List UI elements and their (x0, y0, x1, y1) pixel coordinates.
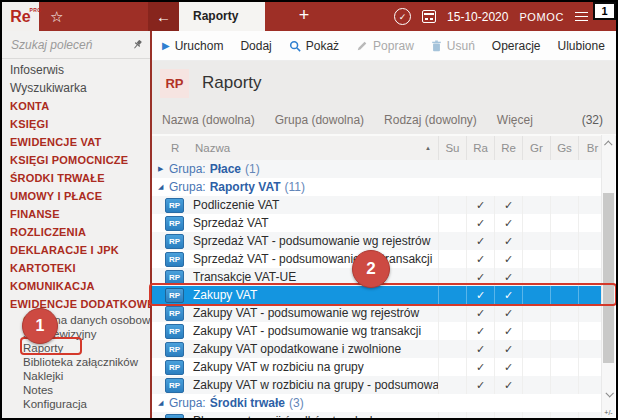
filter-więcej[interactable]: Więcej (497, 113, 533, 127)
empty-cell-gs (550, 304, 578, 322)
group-name: Środki trwałe (210, 396, 285, 410)
sidebar-item-konfiguracja[interactable]: Konfiguracja (2, 397, 150, 411)
report-name: Zakupy VAT w rozbiciu na grupy (193, 360, 438, 374)
command-search[interactable]: Szukaj poleceń (2, 31, 150, 59)
app-logo-text: RePRO (10, 9, 30, 25)
column-header-nazwa[interactable]: Nazwa ▲ (195, 142, 438, 154)
report-row-zakupy-vat-w-rozbiciu-na-grupy[interactable]: RPZakupy VAT w rozbiciu na grupy✓✓ (152, 358, 606, 376)
group-row-raporty-vat[interactable]: ◢Grupa:Raporty VAT(11) (152, 178, 606, 196)
empty-cell-su (438, 196, 466, 214)
run-button[interactable]: ▶ Uruchom (162, 39, 223, 53)
tab-raporty[interactable]: Raporty (179, 2, 265, 31)
help-menu[interactable]: POMOC (519, 11, 564, 23)
report-type-icon: RP (165, 414, 184, 419)
sidebar-item-ewidencje-vat[interactable]: EWIDENCJE VAT (2, 133, 150, 151)
sidebar-item-ewidencje-dodatkowe[interactable]: EWIDENCJE DODATKOWE (2, 295, 150, 313)
sidebar-item-kartoteki[interactable]: KARTOTEKI (2, 259, 150, 277)
report-row-sprzedaż-vat-podsumowanie-wg-rejestrów[interactable]: RPSprzedaż VAT - podsumowanie wg rejestr… (152, 232, 606, 250)
report-row-zakupy-vat-w-rozbiciu-na-grupy-podsumowanie[interactable]: RPZakupy VAT w rozbiciu na grupy - podsu… (152, 376, 606, 394)
column-header-re[interactable]: Re (494, 136, 522, 160)
report-type-icon: RP (165, 342, 184, 357)
new-tab-button[interactable]: + (288, 2, 320, 31)
sidebar-item-komunikacja[interactable]: KOMUNIKACJA (2, 277, 150, 295)
empty-cell-gr (522, 322, 550, 340)
report-row-sprzedaż-vat[interactable]: RPSprzedaż VAT✓✓ (152, 214, 606, 232)
sidebar-item-infoserwis[interactable]: Infoserwis (2, 61, 150, 79)
scrollbar-thumb[interactable] (603, 193, 614, 363)
group-row-środki-trwałe[interactable]: ◢Grupa:Środki trwałe(3) (152, 394, 606, 412)
group-row-płace[interactable]: ▶Grupa:Płace(1) (152, 160, 606, 178)
operations-button[interactable]: Operacje (492, 39, 541, 53)
check-icon-re: ✓ (494, 322, 522, 340)
empty-cell-gs (550, 214, 578, 232)
favorites-button[interactable]: Ulubione (558, 39, 605, 53)
report-type-icon: RP (165, 252, 184, 267)
favorites-star-icon[interactable]: ☆ (50, 7, 63, 26)
edit-button[interactable]: Popraw (356, 39, 414, 53)
empty-cell-gr (522, 412, 550, 418)
menu-icon[interactable] (575, 12, 588, 22)
sidebar-item-wyszukiwarka[interactable]: Wyszukiwarka (2, 79, 150, 97)
sidebar-item-notes[interactable]: Notes (2, 383, 150, 397)
column-header-gs[interactable]: Gs (550, 136, 578, 160)
report-row-zakupy-vat-podsumowanie-wg-rejestrów[interactable]: RPZakupy VAT - podsumowanie wg rejestrów… (152, 304, 606, 322)
report-row-podliczenie-vat[interactable]: RPPodliczenie VAT✓✓ (152, 196, 606, 214)
sidebar-item-naklejki[interactable]: Naklejki (2, 369, 150, 383)
expand-group-icon[interactable]: ▶ (158, 165, 169, 173)
collapse-group-icon[interactable]: ◢ (158, 399, 169, 407)
annotation-step-2: 2 (352, 250, 390, 288)
report-type-icon: RP (165, 234, 184, 249)
check-icon-re: ✓ (494, 196, 522, 214)
sidebar-item-konta[interactable]: KONTA (2, 97, 150, 115)
group-count: (11) (285, 180, 305, 194)
app-logo-pro-label: PRO (29, 8, 41, 13)
check-icon-ra: ✓ (466, 232, 494, 250)
sidebar-item-biblioteka-załączników[interactable]: Biblioteka załączników (2, 355, 150, 369)
sidebar-item-rozliczenia[interactable]: ROZLICZENIA (2, 223, 150, 241)
check-icon-re: ✓ (494, 214, 522, 232)
report-row-zakupy-vat-opodatkowane-i-zwolnione[interactable]: RPZakupy VAT opodatkowane i zwolnione✓✓ (152, 340, 606, 358)
scroll-up-icon[interactable] (602, 137, 615, 151)
empty-cell-gs (550, 232, 578, 250)
sidebar-item-księgi[interactable]: KSIĘGI (2, 115, 150, 133)
report-name: Sprzedaż VAT - podsumowanie wg transakcj… (193, 252, 438, 266)
status-check-circle-icon[interactable]: ✓ (394, 8, 411, 25)
sidebar-item-deklaracje-i-jpk[interactable]: DEKLARACJE I JPK (2, 241, 150, 259)
column-header-r[interactable]: R (152, 142, 195, 154)
scroll-down-icon[interactable] (602, 387, 615, 401)
report-row-plan-amortyzacji-środków-trwałych[interactable]: RPPlan amortyzacji środków trwałych✓✓ (152, 412, 606, 418)
empty-cell-su (438, 322, 466, 340)
back-button[interactable]: ← (148, 2, 179, 31)
annotation-badge-1: 1 (593, 2, 616, 20)
sidebar: Szukaj poleceń InfoserwisWyszukiwarkaKON… (2, 31, 152, 418)
sidebar-item-umowy-i-płace[interactable]: UMOWY I PŁACE (2, 187, 150, 205)
collapse-group-icon[interactable]: ◢ (158, 183, 169, 191)
pin-icon[interactable] (132, 39, 143, 50)
column-header-su[interactable]: Su (438, 136, 466, 160)
check-icon-ra: ✓ (466, 412, 494, 418)
sidebar-item-środki-trwałe[interactable]: ŚRODKI TRWAŁE (2, 169, 150, 187)
topbar-right-group: ✓ 15-10-2020 POMOC (394, 2, 588, 31)
sidebar-item-finanse[interactable]: FINANSE (2, 205, 150, 223)
column-header-ra[interactable]: Ra (466, 136, 494, 160)
check-icon-ra: ✓ (466, 340, 494, 358)
report-row-zakupy-vat-podsumowanie-wg-transakcji[interactable]: RPZakupy VAT - podsumowanie wg transakcj… (152, 322, 606, 340)
empty-cell-gs (550, 412, 578, 418)
check-icon-ra: ✓ (466, 322, 494, 340)
group-count: (1) (245, 162, 260, 176)
group-name: Raporty VAT (210, 180, 281, 194)
vertical-scrollbar[interactable]: +/- (601, 135, 615, 417)
empty-cell-su (438, 232, 466, 250)
delete-button[interactable]: Usuń (431, 39, 475, 53)
column-header-gr[interactable]: Gr (522, 136, 550, 160)
page-title: Raporty (202, 73, 262, 93)
check-icon-ra: ✓ (466, 196, 494, 214)
sidebar-item-księgi-pomocnicze[interactable]: KSIĘGI POMOCNICZE (2, 151, 150, 169)
add-button[interactable]: Dodaj (240, 39, 271, 53)
calendar-icon (422, 10, 436, 23)
filter-rodzaj-dowolny[interactable]: Rodzaj (dowolny) (384, 113, 477, 127)
current-date[interactable]: 15-10-2020 (447, 10, 508, 24)
filter-grupa-dowolna[interactable]: Grupa (dowolna) (275, 113, 364, 127)
filter-nazwa-dowolna[interactable]: Nazwa (dowolna) (162, 113, 255, 127)
show-button[interactable]: Pokaż (289, 39, 339, 53)
